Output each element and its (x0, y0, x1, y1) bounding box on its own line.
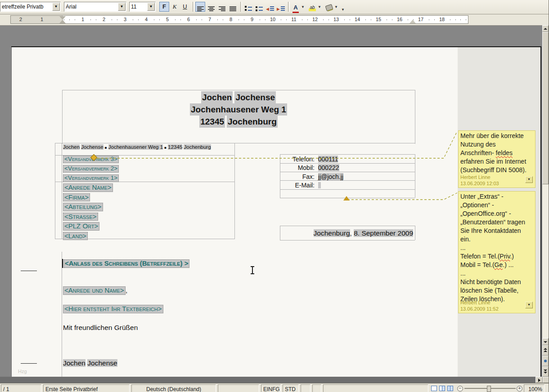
letterhead-border (62, 90, 415, 90)
placeholder-versandvermerk-1[interactable]: <Versandvermerk 1> (63, 174, 119, 182)
align-justify-icon (230, 6, 236, 12)
font-size-value[interactable]: 11 (131, 4, 136, 10)
placeholder-firma[interactable]: <Firma> (63, 193, 90, 202)
navigation-button[interactable] (542, 356, 549, 366)
zoom-slider-thumb[interactable] (487, 386, 491, 392)
comment-menu-button[interactable]: ▼ (525, 302, 533, 308)
background-color-dropdown-arrow[interactable]: ▼ (333, 2, 339, 12)
date-line[interactable]: Jochenburg, 8. September 2009 (280, 229, 413, 237)
horizontal-ruler[interactable]: 2 1 1 2 3 4 5 6 7 8 9 10 11 12 13 14 15 … (0, 14, 549, 26)
ruler-scale[interactable]: 2 1 1 2 3 4 5 6 7 8 9 10 11 12 13 14 15 … (10, 15, 468, 24)
separator-square: ■ (105, 146, 107, 150)
ruler-number: 9 (249, 17, 255, 22)
signature-first-name-field[interactable]: Jochen (63, 359, 86, 367)
align-left-button[interactable] (195, 2, 205, 12)
bold-button[interactable]: F (159, 2, 169, 12)
vertical-scroll-thumb[interactable] (542, 32, 549, 184)
left-indent-marker[interactable] (59, 20, 66, 23)
toolbar-overflow-arrow[interactable]: ▼ (340, 4, 346, 14)
decrease-indent-button[interactable]: ◀ (265, 2, 274, 12)
ruler-number: 1 (80, 17, 86, 22)
statusbar-insert-mode[interactable]: EINFG (261, 384, 281, 392)
sender-zip-field[interactable]: 12345 (199, 116, 225, 128)
statusbar-page-style[interactable]: Erste Seite Privatbrief (43, 384, 130, 392)
highlighting-dropdown-arrow[interactable]: ▼ (317, 2, 322, 12)
comment-note-1[interactable]: Mehr über die korrekte Nutzung des Ansch… (458, 130, 536, 188)
increase-indent-button[interactable]: ▶ (275, 2, 285, 12)
font-name-combo[interactable]: Arial ▼ (64, 2, 126, 12)
statusbar-selection-mode[interactable]: STD (283, 384, 299, 392)
underline-button[interactable]: U (180, 2, 190, 12)
placeholder-strasse[interactable]: <Strasse> (63, 213, 98, 221)
comment-note-2[interactable]: Unter „Extras“ - „Optionen“ - „OpenOffic… (458, 191, 536, 313)
sender-last-name-field[interactable]: Jochense (234, 91, 276, 103)
align-center-button[interactable] (206, 2, 216, 12)
scroll-up-arrow[interactable] (542, 25, 549, 32)
contact-value-field[interactable] (318, 182, 321, 188)
highlighting-button[interactable]: ab (307, 2, 317, 12)
date-value-field[interactable]: 8. September 2009 (354, 229, 413, 237)
previous-page-button[interactable] (542, 345, 549, 356)
sender-first-name-field[interactable]: Jochen (201, 91, 233, 103)
letterhead-line1: JochenJochense (62, 91, 415, 103)
align-justify-button[interactable] (228, 2, 238, 12)
sender-return-address-line[interactable]: Jochen Jochense ■ Jochenhausener Weg 1 ■… (63, 144, 212, 155)
vertical-scrollbar[interactable] (542, 25, 549, 377)
contact-table[interactable]: Telefon: 000111 Mobil: 000222 Fax: jj@jo… (280, 155, 415, 190)
bullet-list-icon (256, 6, 263, 12)
contact-value-field[interactable]: 000111 (318, 156, 338, 163)
right-indent-marker[interactable] (410, 20, 416, 23)
horizontal-scrollbar[interactable] (0, 377, 549, 383)
date-separator: , (350, 229, 354, 237)
zoom-out-icon[interactable]: − (457, 386, 463, 392)
placeholder-textbereich[interactable]: <Hier entsteht Ihr Textbereich> (63, 305, 163, 313)
size-dropdown-icon[interactable]: ▼ (147, 3, 155, 11)
multi-page-view-icon[interactable] (439, 386, 445, 391)
font-color-button[interactable]: A (290, 2, 300, 12)
single-page-view-icon[interactable] (431, 386, 437, 391)
italic-button[interactable]: K (170, 2, 180, 12)
contact-value-field[interactable]: jj@joch.jj (318, 173, 343, 180)
statusbar-zoom-level[interactable]: 100% (524, 384, 544, 392)
first-line-indent-marker[interactable] (59, 16, 66, 20)
font-size-combo[interactable]: 11 ▼ (129, 2, 156, 12)
sender-street-field[interactable]: Jochenhausener Weg 1 (190, 103, 287, 116)
font-color-dropdown-arrow[interactable]: ▼ (300, 2, 306, 12)
align-right-button[interactable] (217, 2, 227, 12)
contact-value-field[interactable]: 000222 (318, 164, 339, 171)
statusbar-language[interactable]: Deutsch (Deutschland) (131, 384, 216, 392)
recipient-placeholders: <Anrede Name> <Firma> <Abteilung> <Stras… (63, 183, 113, 240)
next-page-button[interactable] (542, 366, 549, 377)
comment-menu-button[interactable]: ▼ (525, 176, 533, 183)
bullet-list-button[interactable] (254, 2, 264, 12)
sender-city-field[interactable]: Jochenburg (227, 116, 278, 128)
paragraph-style-value[interactable]: etreffzeile Privatb (2, 4, 44, 10)
statusbar-page-number[interactable]: / 1 (1, 384, 41, 392)
ruler-number: 4 (143, 17, 149, 22)
background-color-button[interactable] (324, 2, 333, 12)
contact-label: Telefon: (280, 155, 315, 164)
book-view-icon[interactable] (447, 386, 453, 391)
style-dropdown-icon[interactable]: ▼ (52, 3, 60, 11)
scroll-right-arrow[interactable] (536, 377, 543, 383)
font-name-value[interactable]: Arial (66, 4, 76, 10)
ruler-number: 6 (185, 17, 192, 22)
placeholder-plz-ort[interactable]: <PLZ Ort> (63, 222, 99, 231)
misspelled-word: Priv (500, 253, 510, 260)
ruler-number: 7 (207, 17, 213, 22)
signature-last-name-field[interactable]: Jochense (87, 359, 117, 367)
paragraph-style-combo[interactable]: etreffzeile Privatb ▼ (0, 2, 61, 12)
zoom-in-icon[interactable]: + (517, 386, 522, 392)
placeholder-betreffzeile[interactable]: <Anlass des Schreibens (Betreffzeile) > (63, 259, 189, 268)
numbered-list-button[interactable] (243, 2, 253, 12)
font-dropdown-icon[interactable]: ▼ (118, 3, 126, 11)
placeholder-abteilung[interactable]: <Abteilung> (63, 203, 103, 211)
placeholder-anrede-und-name[interactable]: <Anrede und Name> (63, 286, 126, 295)
placeholder-land[interactable]: <Land> (63, 232, 88, 241)
scroll-down-arrow[interactable] (542, 338, 549, 345)
placeholder-versandvermerk-2[interactable]: <Versandvermerk 2> (63, 165, 119, 173)
letterhead-line3: 12345Jochenburg (62, 116, 415, 128)
table-row: Mobil: 000222 (280, 164, 415, 172)
date-city-field[interactable]: Jochenburg (314, 229, 350, 237)
placeholder-anrede-name[interactable]: <Anrede Name> (63, 183, 113, 192)
